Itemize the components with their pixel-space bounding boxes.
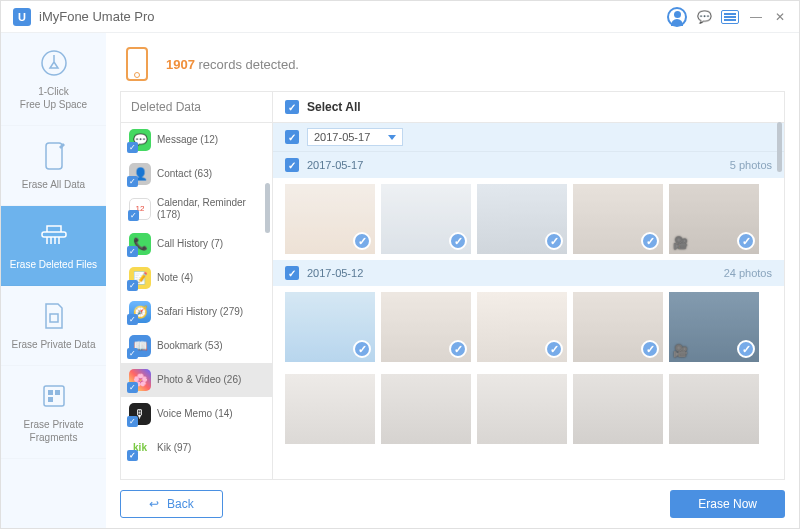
records-count: 1907 <box>166 57 195 72</box>
svg-rect-2 <box>42 232 66 237</box>
titlebar: U iMyFone Umate Pro 💬 — ✕ <box>1 1 799 33</box>
feedback-icon[interactable]: 💬 <box>697 10 711 24</box>
back-button[interactable]: ↩Back <box>120 490 223 518</box>
sidebar: 1-Click Free Up Space Erase All Data Era… <box>1 33 106 528</box>
select-all-checkbox[interactable] <box>285 100 299 114</box>
group-header[interactable]: 2017-05-12 24 photos <box>273 260 784 286</box>
note-icon: 📝✓ <box>129 267 151 289</box>
chevron-down-icon <box>388 135 396 140</box>
sidebar-item-fragments[interactable]: Erase Private Fragments <box>1 366 106 459</box>
sidebar-item-erasedeleted[interactable]: Erase Deleted Files <box>1 206 106 286</box>
cat-calendar[interactable]: 12✓Calendar, Reminder (178) <box>121 191 272 227</box>
thumb-row <box>273 368 784 450</box>
select-all-label: Select All <box>307 100 361 114</box>
svg-rect-5 <box>48 390 53 395</box>
phone-icon <box>126 47 148 81</box>
fragments-icon <box>38 380 70 412</box>
group-checkbox[interactable] <box>285 266 299 280</box>
thumbnail[interactable] <box>477 374 567 444</box>
thumbnail[interactable] <box>381 292 471 362</box>
sidebar-item-freeup[interactable]: 1-Click Free Up Space <box>1 33 106 126</box>
svg-rect-6 <box>55 390 60 395</box>
contact-icon: 👤✓ <box>129 163 151 185</box>
app-logo: U <box>13 8 31 26</box>
group-date: 2017-05-12 <box>307 267 363 279</box>
minimize-button[interactable]: — <box>749 10 763 24</box>
back-arrow-icon: ↩ <box>149 497 159 511</box>
kik-icon: kik✓ <box>129 437 151 459</box>
thumbnail[interactable] <box>477 184 567 254</box>
records-suffix: records detected. <box>195 57 299 72</box>
app-title: iMyFone Umate Pro <box>39 9 155 24</box>
thumbnail[interactable] <box>669 374 759 444</box>
thumb-row: 🎥 <box>273 286 784 368</box>
broom-icon <box>38 47 70 79</box>
group-count: 24 photos <box>724 267 772 279</box>
group-header[interactable]: 2017-05-17 5 photos <box>273 152 784 178</box>
date-filter-checkbox[interactable] <box>285 130 299 144</box>
thumbnail[interactable] <box>477 292 567 362</box>
group-count: 5 photos <box>730 159 772 171</box>
sidebar-item-eraseall[interactable]: Erase All Data <box>1 126 106 206</box>
thumbnail[interactable]: 🎥 <box>669 292 759 362</box>
category-header: Deleted Data <box>121 92 272 123</box>
sim-icon <box>38 300 70 332</box>
thumbnail[interactable] <box>285 292 375 362</box>
cat-contact[interactable]: 👤✓Contact (63) <box>121 157 272 191</box>
menu-icon[interactable] <box>721 10 739 24</box>
sidebar-label: Erase All Data <box>7 178 100 191</box>
cat-photovideo[interactable]: 🌸✓Photo & Video (26) <box>121 363 272 397</box>
thumbnail[interactable] <box>285 184 375 254</box>
video-icon: 🎥 <box>673 344 688 358</box>
erase-now-button[interactable]: Erase Now <box>670 490 785 518</box>
sidebar-label: Erase Private Fragments <box>7 418 100 444</box>
thumbnail[interactable] <box>381 184 471 254</box>
thumbnail[interactable] <box>285 374 375 444</box>
category-scrollbar[interactable] <box>265 183 270 233</box>
cat-message[interactable]: 💬✓Message (12) <box>121 123 272 157</box>
thumbnail[interactable] <box>381 374 471 444</box>
group-date: 2017-05-17 <box>307 159 363 171</box>
cat-voicememo[interactable]: 🎙✓Voice Memo (14) <box>121 397 272 431</box>
cat-bookmark[interactable]: 📖✓Bookmark (53) <box>121 329 272 363</box>
sidebar-item-eraseprivate[interactable]: Erase Private Data <box>1 286 106 366</box>
sidebar-label: Erase Deleted Files <box>7 258 100 271</box>
photo-icon: 🌸✓ <box>129 369 151 391</box>
category-panel: Deleted Data 💬✓Message (12) 👤✓Contact (6… <box>121 92 273 479</box>
call-icon: 📞✓ <box>129 233 151 255</box>
video-icon: 🎥 <box>673 236 688 250</box>
records-info: 1907 records detected. <box>120 47 785 81</box>
svg-rect-3 <box>50 314 58 322</box>
safari-icon: 🧭✓ <box>129 301 151 323</box>
sidebar-label: Erase Private Data <box>7 338 100 351</box>
svg-rect-7 <box>48 397 53 402</box>
cat-callhistory[interactable]: 📞✓Call History (7) <box>121 227 272 261</box>
thumbnail[interactable] <box>573 292 663 362</box>
phone-erase-icon <box>38 140 70 172</box>
cat-note[interactable]: 📝✓Note (4) <box>121 261 272 295</box>
thumbnail[interactable]: 🎥 <box>669 184 759 254</box>
date-filter-select[interactable]: 2017-05-17 <box>307 128 403 146</box>
sidebar-label: 1-Click Free Up Space <box>7 85 100 111</box>
bookmark-icon: 📖✓ <box>129 335 151 357</box>
group-checkbox[interactable] <box>285 158 299 172</box>
cat-kik[interactable]: kik✓Kik (97) <box>121 431 272 465</box>
thumbnail[interactable] <box>573 184 663 254</box>
thumb-row: 🎥 <box>273 178 784 260</box>
voicememo-icon: 🎙✓ <box>129 403 151 425</box>
grid-panel: Select All 2017-05-17 2017-05-17 5 photo… <box>273 92 784 479</box>
message-icon: 💬✓ <box>129 129 151 151</box>
shredder-icon <box>38 220 70 252</box>
svg-rect-4 <box>44 386 64 406</box>
close-button[interactable]: ✕ <box>773 10 787 24</box>
calendar-icon: 12✓ <box>129 198 151 220</box>
cat-safari[interactable]: 🧭✓Safari History (279) <box>121 295 272 329</box>
profile-icon[interactable] <box>667 7 687 27</box>
thumbnail[interactable] <box>573 374 663 444</box>
grid-scrollbar[interactable] <box>777 122 782 172</box>
